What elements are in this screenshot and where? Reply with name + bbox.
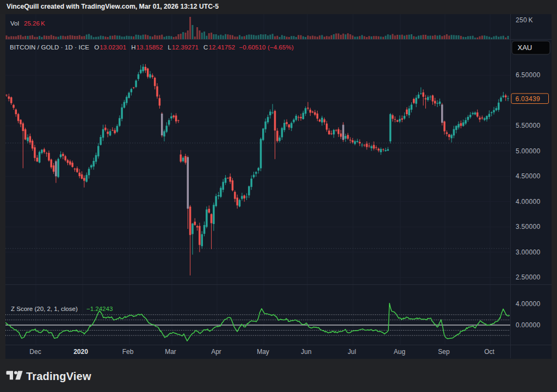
svg-text:6.03439: 6.03439: [516, 95, 541, 103]
svg-text:4.00000: 4.00000: [516, 300, 541, 308]
svg-text:Mar: Mar: [165, 348, 176, 356]
svg-text:Oct: Oct: [484, 348, 494, 356]
svg-text:Z Score (20, 2, 1, close): Z Score (20, 2, 1, close): [11, 306, 78, 312]
svg-text:Feb: Feb: [122, 348, 134, 356]
svg-text:Aug: Aug: [394, 348, 405, 356]
svg-text:5.00000: 5.00000: [516, 147, 541, 155]
svg-text:−1.24243: −1.24243: [86, 306, 113, 312]
svg-text:Sep: Sep: [438, 348, 450, 356]
svg-text:3.50000: 3.50000: [516, 223, 541, 231]
svg-text:Apr: Apr: [211, 348, 221, 356]
svg-text:25.26 K: 25.26 K: [24, 20, 45, 27]
svg-text:2020: 2020: [73, 348, 88, 356]
svg-text:4.00000: 4.00000: [516, 198, 541, 206]
svg-text:0.00000: 0.00000: [516, 321, 541, 329]
svg-text:May: May: [257, 348, 269, 356]
svg-text:5.50000: 5.50000: [516, 122, 541, 129]
svg-text:Jul: Jul: [348, 348, 356, 356]
svg-text:XAU: XAU: [518, 43, 533, 52]
svg-text:4.50000: 4.50000: [516, 172, 541, 180]
svg-text:250 K: 250 K: [516, 16, 533, 24]
svg-text:6.50000: 6.50000: [516, 71, 541, 79]
svg-text:Dec: Dec: [29, 348, 41, 356]
svg-text:Jun: Jun: [301, 348, 311, 356]
svg-text:Vol: Vol: [10, 20, 19, 27]
svg-text:BITCOIN / GOLD · 1D · ICEO13.0: BITCOIN / GOLD · 1D · ICEO13.02301H13.15…: [10, 44, 294, 51]
svg-text:3.00000: 3.00000: [516, 248, 541, 256]
svg-text:2.50000: 2.50000: [516, 273, 541, 281]
